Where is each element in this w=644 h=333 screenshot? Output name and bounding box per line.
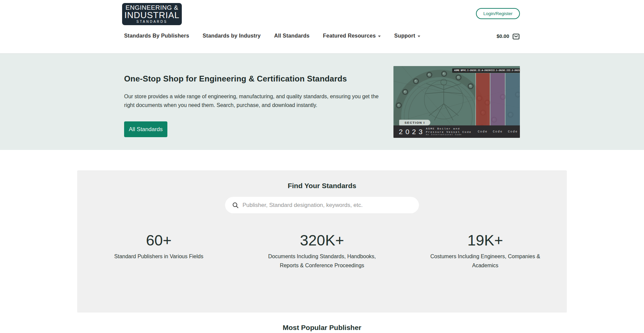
- main-nav: Standards By Publishers Standards by Ind…: [124, 33, 420, 39]
- cart-button[interactable]: $0.00: [496, 32, 520, 40]
- search-icon: [232, 202, 238, 208]
- stat-caption: Documents Including Standards, Handbooks…: [263, 252, 381, 270]
- site-header: ENGINEERING & INDUSTRIAL STANDARDS Login…: [0, 0, 644, 54]
- shopping-bag-icon: [512, 32, 520, 40]
- hero-image-section-label: SECTION I: [399, 120, 430, 125]
- find-standards-panel: Find Your Standards 60+ Standard Publish…: [77, 170, 567, 313]
- hero-image-subtitle: An International Code: [426, 133, 472, 136]
- hero-image-title-block: ASME Boiler and Pressure Vessel Code An …: [426, 127, 472, 136]
- stat-publishers: 60+ Standard Publishers in Various Field…: [77, 232, 240, 270]
- all-standards-button[interactable]: All Standards: [124, 121, 167, 137]
- search-box: [225, 197, 419, 213]
- header-nav-row: Standards By Publishers Standards by Ind…: [124, 32, 520, 40]
- page: ENGINEERING & INDUSTRIAL STANDARDS Login…: [0, 0, 644, 333]
- hero-image-top-labels: ASME BPVC.I-2023 C.II.A-2023 VIII.1-2023…: [452, 68, 520, 73]
- nav-support[interactable]: Support: [394, 33, 420, 39]
- hero-image-label: ASME BPVC.I-2023: [454, 69, 475, 72]
- stats-row: 60+ Standard Publishers in Various Field…: [77, 232, 567, 270]
- hero-image-label: VIII.1-2023: [489, 69, 504, 72]
- nav-featured-resources[interactable]: Featured Resources: [323, 33, 381, 39]
- stat-value: 60+: [146, 232, 171, 249]
- hero-image-code-label: Code: [493, 130, 503, 133]
- hero-image-code-label: Code: [478, 130, 488, 133]
- nav-label: All Standards: [274, 33, 310, 39]
- stat-documents: 320K+ Documents Including Standards, Han…: [240, 232, 404, 270]
- hero-image: ASME BPVC.I-2023 C.II.A-2023 VIII.1-2023…: [393, 66, 520, 138]
- find-standards-title: Find Your Standards: [288, 182, 357, 190]
- hero-image-title-line2: Pressure Vessel Code: [426, 130, 472, 134]
- nav-label: Support: [394, 33, 415, 39]
- popular-publisher-title: Most Popular Publisher: [0, 324, 644, 332]
- logo[interactable]: ENGINEERING & INDUSTRIAL STANDARDS: [122, 3, 182, 25]
- hero-image-label: C.III.2-2023: [504, 69, 520, 72]
- hero-image-year: 2023: [399, 128, 425, 136]
- header-top: ENGINEERING & INDUSTRIAL STANDARDS Login…: [124, 0, 520, 25]
- stat-caption: Standard Publishers in Various Fields: [114, 252, 204, 261]
- chevron-down-icon: [378, 36, 381, 37]
- hero-copy: One-Stop Shop for Engineering & Certific…: [124, 74, 389, 138]
- cart-total: $0.00: [496, 33, 509, 39]
- hero-description: Our store provides a wide range of engin…: [124, 92, 385, 110]
- hero-image-code-label: Code: [508, 130, 518, 133]
- stat-caption: Costumers Including Engineers, Companies…: [427, 252, 544, 270]
- hero-image-title-line1: ASME Boiler and: [426, 127, 472, 130]
- logo-line3: STANDARDS: [137, 19, 167, 24]
- stat-value: 19K+: [468, 232, 503, 249]
- nav-standards-by-publishers[interactable]: Standards By Publishers: [124, 33, 189, 39]
- search-input[interactable]: [238, 197, 419, 213]
- nav-all-standards[interactable]: All Standards: [274, 33, 310, 39]
- hero-image-label: C.II.A-2023: [475, 69, 489, 72]
- stat-customers: 19K+ Costumers Including Engineers, Comp…: [404, 232, 567, 270]
- login-register-button[interactable]: Login/Register: [476, 8, 520, 19]
- hero-section: One-Stop Shop for Engineering & Certific…: [0, 54, 644, 150]
- logo-line2: INDUSTRIAL: [124, 11, 180, 19]
- nav-standards-by-industry[interactable]: Standards by Industry: [203, 33, 261, 39]
- nav-label: Featured Resources: [323, 33, 376, 39]
- nav-label: Standards By Publishers: [124, 33, 189, 39]
- stat-value: 320K+: [300, 232, 344, 249]
- hero-title: One-Stop Shop for Engineering & Certific…: [124, 74, 389, 84]
- chevron-down-icon: [418, 36, 420, 37]
- nav-label: Standards by Industry: [203, 33, 261, 39]
- hero-image-bottom-bar: 2023 ASME Boiler and Pressure Vessel Cod…: [393, 125, 520, 138]
